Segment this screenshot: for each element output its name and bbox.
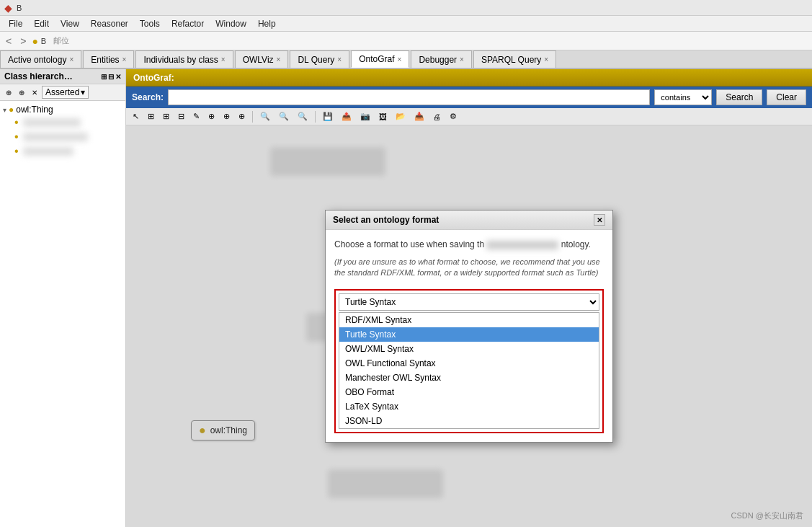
dialog-title: Select an ontology format bbox=[333, 215, 439, 225]
tree-child-dot-icon-2: • bbox=[14, 130, 19, 143]
tree-item-owl-thing[interactable]: ▾ ● owl:Thing bbox=[3, 104, 122, 115]
add-subclass-button[interactable]: ⊕ bbox=[16, 87, 27, 98]
dropdown-arrow-icon: ▾ bbox=[81, 87, 85, 97]
tree-item-label: owl:Thing bbox=[16, 105, 53, 115]
tree-child-1[interactable]: • bbox=[14, 115, 122, 130]
format-list: RDF/XML Syntax Turtle Syntax OWL/XML Syn… bbox=[339, 312, 599, 429]
tab-close-owlviz[interactable]: × bbox=[277, 56, 281, 63]
tree-child-2[interactable]: • bbox=[14, 130, 122, 144]
tool-select[interactable]: ↖ bbox=[129, 110, 143, 123]
forward-button[interactable]: > bbox=[17, 34, 29, 48]
menu-bar: File Edit View Reasoner Tools Refactor W… bbox=[0, 16, 812, 32]
tool-add[interactable]: ⊕ bbox=[205, 110, 218, 123]
tree-child-3[interactable]: • bbox=[14, 144, 122, 159]
tab-ontograf[interactable]: OntoGraf × bbox=[351, 50, 409, 68]
menu-window[interactable]: Window bbox=[210, 17, 252, 30]
toolbar-separator-1 bbox=[252, 111, 253, 123]
format-option-manchester[interactable]: Manchester OWL Syntax bbox=[339, 371, 599, 385]
main-layout: Class hierarch… ⊞ ⊟ ✕ ⊕ ⊕ ✕ Asserted ▾ ▾… bbox=[0, 69, 812, 527]
tool-zoom-in[interactable]: 🔍 bbox=[256, 110, 274, 123]
tool-camera[interactable]: 📷 bbox=[357, 110, 374, 123]
toolbar-separator-2 bbox=[315, 111, 316, 123]
tool-print[interactable]: 🖨 bbox=[429, 110, 445, 123]
tab-debugger[interactable]: Debugger × bbox=[411, 50, 472, 68]
class-tree: ▾ ● owl:Thing • • • bbox=[0, 101, 125, 527]
menu-refactor[interactable]: Refactor bbox=[166, 17, 210, 30]
panel-header: Class hierarch… ⊞ ⊟ ✕ bbox=[0, 69, 125, 84]
menu-reasoner[interactable]: Reasoner bbox=[85, 17, 134, 30]
search-filter-dropdown[interactable]: contains starts with ends with bbox=[654, 89, 712, 105]
format-option-jsonld[interactable]: JSON-LD bbox=[339, 414, 599, 428]
back-button[interactable]: < bbox=[3, 34, 14, 48]
tab-close-individuals[interactable]: × bbox=[221, 56, 226, 63]
subtitle-text: 邮位 bbox=[53, 35, 69, 46]
format-option-obo[interactable]: OBO Format bbox=[339, 385, 599, 399]
tool-zoom-fit[interactable]: 🔍 bbox=[294, 110, 311, 123]
tool-hierarchy[interactable]: ⊟ bbox=[174, 110, 188, 123]
tool-save[interactable]: 💾 bbox=[319, 110, 336, 123]
tree-child-label-blurred-3 bbox=[23, 147, 73, 156]
dialog-title-bar: Select an ontology format ✕ bbox=[326, 211, 612, 230]
tab-sparql-query[interactable]: SPARQL Query × bbox=[473, 50, 556, 68]
tool-zoom-out[interactable]: 🔍 bbox=[275, 110, 293, 123]
tool-image[interactable]: 🖼 bbox=[375, 110, 391, 123]
delete-class-button[interactable]: ✕ bbox=[29, 87, 40, 98]
graf-toolbar: ↖ ⊞ ⊞ ⊟ ✎ ⊕ ⊕ ⊕ 🔍 🔍 🔍 💾 📤 📷 🖼 📂 📥 🖨 ⚙ bbox=[126, 108, 812, 125]
canvas-area[interactable]: ● owl:Thing CSDN @长安山南君 Select an ontolo… bbox=[126, 125, 812, 527]
tree-class-icon: ● bbox=[9, 105, 14, 115]
tab-individuals-by-class[interactable]: Individuals by class × bbox=[135, 50, 233, 68]
format-option-latex[interactable]: LaTeX Syntax bbox=[339, 399, 599, 414]
asserted-dropdown[interactable]: Asserted ▾ bbox=[42, 86, 89, 99]
tool-settings[interactable]: ⚙ bbox=[446, 110, 460, 123]
panel-toolbar: ⊕ ⊕ ✕ Asserted ▾ bbox=[0, 84, 125, 101]
format-option-owlfunctional[interactable]: OWL Functional Syntax bbox=[339, 356, 599, 371]
tool-add3[interactable]: ⊕ bbox=[235, 110, 249, 123]
search-label: Search: bbox=[132, 92, 164, 102]
format-option-owlxml[interactable]: OWL/XML Syntax bbox=[339, 342, 599, 356]
tool-select2[interactable]: ⊞ bbox=[144, 110, 158, 123]
tab-close-ontograf[interactable]: × bbox=[398, 56, 402, 63]
tab-owlviz[interactable]: OWLViz × bbox=[235, 50, 289, 68]
tool-add2[interactable]: ⊕ bbox=[220, 110, 233, 123]
blurred-text bbox=[486, 241, 558, 249]
tree-child-label-blurred bbox=[23, 118, 81, 127]
panel-sync-icon[interactable]: ⊞ bbox=[101, 73, 107, 81]
search-input[interactable] bbox=[168, 89, 650, 105]
panel-header-controls: ⊞ ⊟ ✕ bbox=[101, 73, 121, 81]
clear-button[interactable]: Clear bbox=[767, 89, 806, 105]
tab-active-ontology[interactable]: Active ontology × bbox=[0, 50, 81, 68]
dialog-close-button[interactable]: ✕ bbox=[594, 214, 605, 226]
ontograf-header: OntoGraf: bbox=[126, 69, 812, 87]
tool-edit[interactable]: ✎ bbox=[189, 110, 203, 123]
panel-close-icon[interactable]: ✕ bbox=[115, 73, 121, 81]
tab-close-active-ontology[interactable]: × bbox=[69, 56, 73, 63]
tab-entities[interactable]: Entities × bbox=[83, 50, 134, 68]
tab-close-sparql[interactable]: × bbox=[544, 56, 548, 63]
menu-edit[interactable]: Edit bbox=[28, 17, 55, 30]
tab-close-debugger[interactable]: × bbox=[460, 56, 464, 63]
tool-export[interactable]: 📤 bbox=[338, 110, 355, 123]
tab-close-dl-query[interactable]: × bbox=[337, 56, 342, 63]
menu-tools[interactable]: Tools bbox=[134, 17, 166, 30]
format-option-turtle[interactable]: Turtle Syntax bbox=[339, 327, 599, 342]
tool-grid[interactable]: ⊞ bbox=[159, 110, 173, 123]
title-bar: ◆ B bbox=[0, 0, 812, 16]
panel-pin-icon[interactable]: ⊟ bbox=[108, 73, 114, 81]
tree-toggle-icon[interactable]: ▾ bbox=[3, 106, 6, 114]
tool-export2[interactable]: 📥 bbox=[411, 110, 428, 123]
dialog-description: Choose a format to use when saving th nt… bbox=[334, 239, 604, 251]
tree-child-dot-icon: • bbox=[14, 116, 19, 129]
format-option-rdfxml[interactable]: RDF/XML Syntax bbox=[339, 313, 599, 327]
format-select-dropdown[interactable]: Turtle Syntax bbox=[339, 293, 599, 311]
format-dialog: Select an ontology format ✕ Choose a for… bbox=[325, 210, 613, 443]
tab-dl-query[interactable]: DL Query × bbox=[290, 50, 349, 68]
title-text: B bbox=[17, 4, 22, 12]
tab-close-entities[interactable]: × bbox=[122, 56, 127, 63]
menu-file[interactable]: File bbox=[3, 17, 28, 30]
menu-view[interactable]: View bbox=[55, 17, 85, 30]
menu-help[interactable]: Help bbox=[252, 17, 282, 30]
tool-open[interactable]: 📂 bbox=[392, 110, 409, 123]
add-class-button[interactable]: ⊕ bbox=[3, 87, 14, 98]
search-button[interactable]: Search bbox=[716, 89, 762, 105]
dropdown-area: Turtle Syntax RDF/XML Syntax Turtle Synt… bbox=[334, 289, 604, 433]
